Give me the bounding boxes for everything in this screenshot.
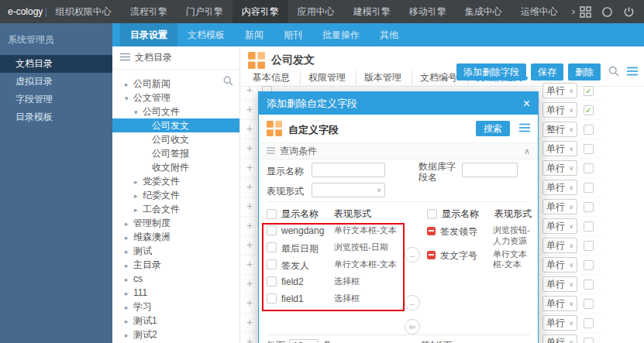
action-button[interactable]: 删除	[568, 63, 601, 81]
move-left-button[interactable]: ←	[405, 295, 420, 310]
drag-handle-icon[interactable]: +	[246, 161, 253, 173]
modal-titlebar[interactable]: 添加删除自定义字段 ×	[259, 92, 538, 115]
tree-item[interactable]: ▸测试2	[112, 328, 239, 341]
tree-expand-icon[interactable]: ▸	[125, 231, 133, 245]
drag-handle-icon[interactable]: +	[246, 258, 253, 270]
row-enable-checkbox[interactable]	[584, 299, 594, 309]
field-row[interactable]: field2 选择框	[267, 274, 398, 291]
row-enable-checkbox[interactable]	[584, 241, 594, 251]
modal-list-icon[interactable]	[519, 123, 530, 135]
module-tab[interactable]: 批量操作	[312, 23, 370, 46]
row-layout-select[interactable]: 单行 ∨	[542, 334, 577, 343]
power-icon[interactable]	[623, 6, 635, 18]
select-all-checkbox[interactable]	[427, 209, 437, 219]
per-page-select[interactable]: 10 ∨	[289, 339, 319, 343]
apps-grid-icon[interactable]	[580, 6, 591, 18]
drag-handle-icon[interactable]: +	[246, 103, 253, 115]
row-layout-select[interactable]: 单行 ∨	[542, 180, 577, 195]
row-layout-select[interactable]: 单行 ∨	[542, 141, 577, 156]
row-enable-checkbox[interactable]	[584, 125, 594, 135]
tree-expand-icon[interactable]: ▸	[125, 217, 133, 231]
topbar-nav-item[interactable]: 门户引擎	[177, 0, 232, 23]
tree-expand-icon[interactable]: ▸	[134, 203, 143, 217]
tree-item[interactable]: 公司收文	[112, 132, 239, 146]
row-enable-checkbox[interactable]	[584, 260, 594, 270]
field-row[interactable]: wengdang 单行文本框-文本	[267, 223, 398, 240]
drag-handle-icon[interactable]: +	[246, 335, 253, 343]
move-right-button[interactable]: →	[405, 247, 420, 262]
sidebar-item[interactable]: 虚拟目录	[0, 73, 112, 91]
remove-icon[interactable]	[427, 227, 436, 235]
field-checkbox[interactable]	[267, 225, 277, 235]
tree-expand-icon[interactable]: ▸	[125, 328, 133, 342]
drag-handle-icon[interactable]: +	[246, 142, 253, 154]
drag-handle-icon[interactable]: +	[246, 297, 253, 309]
row-enable-checkbox[interactable]: ✓	[584, 86, 594, 96]
tree-item[interactable]: ▸测试	[112, 244, 239, 258]
nav-overflow-chevron-icon[interactable]: ›	[567, 0, 580, 23]
topbar-nav-item[interactable]: 集成中心	[456, 0, 511, 23]
field-checkbox[interactable]	[267, 293, 277, 304]
sidebar-item[interactable]: 文档目录	[0, 55, 112, 73]
tree-item[interactable]: ▸管理制度	[112, 216, 239, 230]
topbar-nav-item[interactable]: 组织权限中心	[46, 0, 121, 23]
row-enable-checkbox[interactable]	[584, 318, 594, 328]
row-enable-checkbox[interactable]	[584, 183, 594, 193]
query-section-header[interactable]: 查询条件 ∧	[259, 142, 538, 159]
field-checkbox[interactable]	[267, 242, 277, 252]
tree-item[interactable]: 收文附件	[112, 160, 239, 174]
row-layout-select[interactable]: 单行 ∨	[542, 102, 577, 118]
tree-expand-icon[interactable]: ▾	[134, 105, 143, 119]
tree-item[interactable]: ▸公司新闻	[112, 77, 239, 91]
row-layout-select[interactable]: 单行 ∨	[542, 276, 577, 292]
display-name-input[interactable]	[312, 163, 385, 177]
module-tab[interactable]: 文档模板	[177, 23, 235, 46]
field-checkbox[interactable]	[267, 259, 277, 269]
row-layout-select[interactable]: 整行 ∨	[542, 122, 577, 137]
topbar-nav-item[interactable]: 应用中心	[288, 0, 344, 23]
tree-item[interactable]: ▸党委文件	[112, 174, 239, 188]
row-enable-checkbox[interactable]	[584, 202, 594, 212]
tree-expand-icon[interactable]: ▸	[125, 259, 133, 273]
field-row[interactable]: field1 选择框	[267, 291, 398, 308]
drag-handle-icon[interactable]: +	[246, 238, 253, 251]
topbar-nav-item[interactable]: 移动引擎	[400, 0, 456, 23]
search-icon[interactable]	[608, 66, 619, 77]
tree-expand-icon[interactable]: ▸	[125, 245, 133, 259]
collapse-icon[interactable]: ∧	[524, 146, 530, 156]
tree-item[interactable]: ▾公司文件	[112, 105, 239, 118]
db-field-input[interactable]	[462, 163, 518, 177]
tree-item[interactable]: ▸维森澳洲	[112, 230, 239, 244]
topbar-nav-item[interactable]: 建模引擎	[344, 0, 400, 23]
row-layout-select[interactable]: 单行 ∨	[542, 218, 577, 234]
tree-item[interactable]: ▸cs	[112, 272, 239, 286]
drag-handle-icon[interactable]: +	[246, 219, 253, 232]
drag-handle-icon[interactable]: +	[246, 84, 253, 96]
tree-item[interactable]: ▸学习	[112, 300, 239, 314]
tree-item[interactable]: ▸主目录	[112, 258, 239, 272]
module-tab[interactable]: 新闻	[235, 23, 274, 46]
row-enable-checkbox[interactable]	[584, 163, 594, 173]
tree-expand-icon[interactable]: ▸	[125, 77, 133, 91]
row-layout-select[interactable]: 单行 ∨	[542, 315, 577, 331]
tree-expand-icon[interactable]: ▸	[125, 286, 133, 300]
row-layout-select[interactable]: 单行 ∨	[542, 257, 577, 273]
search-button[interactable]: 搜索	[476, 121, 510, 136]
field-checkbox[interactable]	[267, 276, 277, 286]
drag-handle-icon[interactable]: +	[246, 277, 253, 290]
status-circle-icon[interactable]	[601, 6, 613, 18]
row-enable-checkbox[interactable]	[584, 144, 594, 154]
remove-icon[interactable]	[427, 251, 436, 259]
drag-handle-icon[interactable]: +	[246, 200, 253, 212]
select-all-checkbox[interactable]	[267, 209, 277, 219]
tree-expand-icon[interactable]: ▸	[125, 314, 133, 328]
tree-expand-icon[interactable]: ▸	[125, 273, 133, 286]
drag-handle-icon[interactable]: +	[246, 122, 253, 135]
tree-expand-icon[interactable]: ▾	[125, 91, 133, 105]
close-icon[interactable]: ×	[523, 97, 530, 111]
field-row[interactable]: 发文字号 单行文本框-文本	[427, 247, 534, 271]
tree-item[interactable]: ▸测试1	[112, 314, 239, 328]
tree-item[interactable]: ▸纪委文件	[112, 188, 239, 202]
drag-handle-icon[interactable]: +	[246, 316, 253, 328]
field-row[interactable]: 签发人 单行文本框-文本	[267, 257, 398, 274]
